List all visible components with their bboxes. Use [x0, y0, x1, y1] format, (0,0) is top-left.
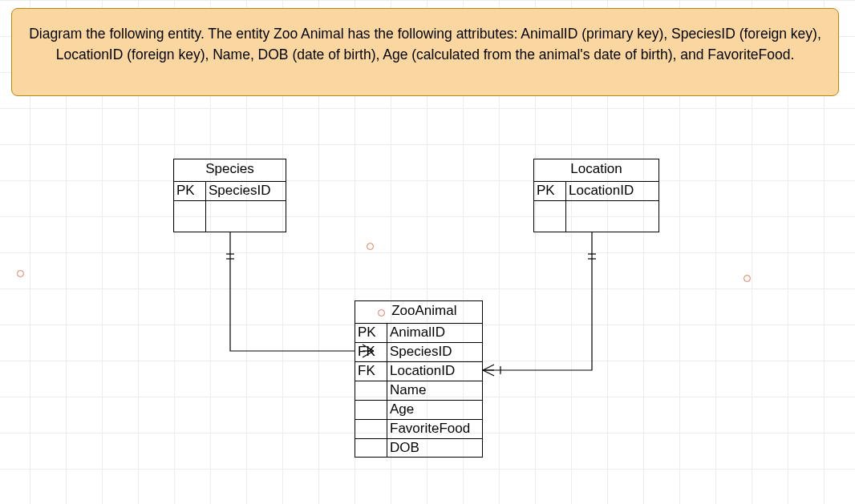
entity-zooanimal-title: ZooAnimal	[355, 300, 483, 323]
entity-location-title: Location	[533, 159, 659, 181]
instructions-text: Diagram the following entity. The entity…	[29, 26, 821, 62]
entity-location[interactable]: Location PK LocationID	[533, 159, 659, 220]
zoo-row2-val: LocationID	[387, 361, 483, 381]
location-row0-key: PK	[533, 181, 565, 200]
location-pad-val	[565, 200, 659, 232]
zoo-row3-val: Name	[387, 381, 483, 400]
species-row0-key: PK	[173, 181, 205, 200]
zooanimal-title-text: ZooAnimal	[391, 303, 456, 318]
dot-icon	[378, 309, 385, 317]
handle-dot-mid[interactable]	[367, 243, 374, 250]
zoo-row0-key: PK	[355, 323, 387, 342]
zoo-row5-key	[355, 419, 387, 438]
location-row0-val: LocationID	[565, 181, 659, 200]
zoo-row6-val: DOB	[387, 438, 483, 458]
handle-dot-right[interactable]	[744, 275, 751, 282]
instructions-box: Diagram the following entity. The entity…	[11, 8, 839, 96]
entity-species[interactable]: Species PK SpeciesID	[173, 159, 286, 220]
zoo-row5-val: FavoriteFood	[387, 419, 483, 438]
zoo-row1-key: FK	[355, 342, 387, 361]
handle-dot-left[interactable]	[17, 270, 24, 277]
zoo-row0-val: AnimalID	[387, 323, 483, 342]
zoo-row6-key	[355, 438, 387, 458]
entity-zooanimal[interactable]: ZooAnimal PK AnimalID FK SpeciesID FK Lo…	[355, 300, 483, 458]
species-pad-key	[173, 200, 205, 232]
zoo-row1-val: SpeciesID	[387, 342, 483, 361]
zoo-row3-key	[355, 381, 387, 400]
zoo-row2-key: FK	[355, 361, 387, 381]
species-row0-val: SpeciesID	[205, 181, 286, 200]
zoo-row4-key	[355, 400, 387, 419]
entity-species-title: Species	[173, 159, 286, 181]
zoo-row4-val: Age	[387, 400, 483, 419]
species-pad-val	[205, 200, 286, 232]
location-pad-key	[533, 200, 565, 232]
